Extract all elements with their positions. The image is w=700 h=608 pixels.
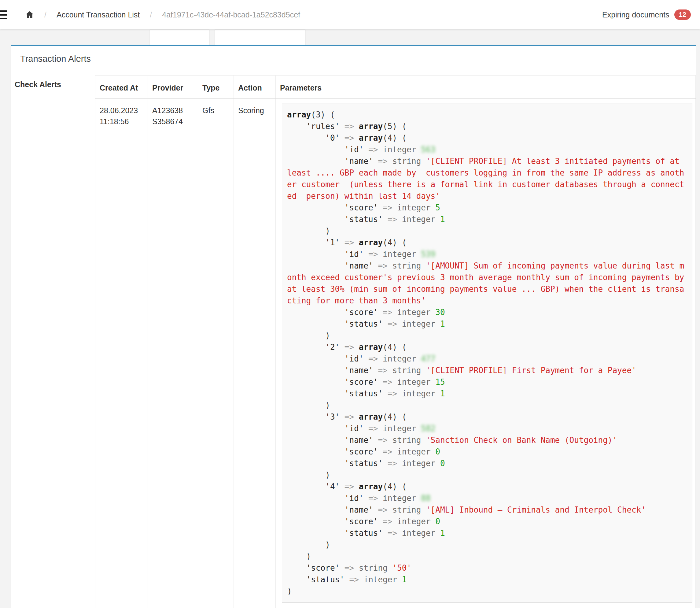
menu-toggle-icon[interactable]	[0, 11, 7, 19]
check-alerts-label: Check Alerts	[15, 75, 95, 89]
cell-parameters: array(3) ( 'rules' => array(5) ( '0' => …	[276, 99, 696, 608]
expiring-documents-count-badge: 12	[674, 10, 691, 20]
page-title: Transaction Alerts	[20, 54, 686, 64]
cell-created-at: 28.06.2023 11:18:56	[95, 99, 148, 608]
cell-action: Scoring	[234, 99, 276, 608]
breadcrumb-separator: /	[150, 11, 152, 19]
breadcrumb: / Account Transaction List / 4af1971c-43…	[0, 0, 300, 30]
parameters-dump: array(3) ( 'rules' => array(5) ( '0' => …	[282, 103, 692, 603]
table-header-row: Created At Provider Type Action Paramete…	[95, 76, 696, 99]
panel-body: Check Alerts Created At Provider Type Ac…	[11, 71, 696, 608]
col-header-action: Action	[234, 76, 276, 99]
home-icon[interactable]	[25, 10, 34, 19]
breadcrumb-transaction-id: 4af1971c-43de-44af-bcad-1a52c83d5cef	[162, 11, 300, 19]
col-header-type: Type	[198, 76, 234, 99]
col-header-provider: Provider	[148, 76, 198, 99]
panel-header: Transaction Alerts	[11, 46, 696, 71]
col-header-created-at: Created At	[95, 76, 148, 99]
cell-provider: A123638-S358674	[148, 99, 198, 608]
table-row: 28.06.2023 11:18:56 A123638-S358674 Gfs …	[95, 99, 696, 608]
breadcrumb-account-transaction-list[interactable]: Account Transaction List	[57, 11, 140, 19]
tab-2[interactable]	[214, 30, 306, 45]
tab-1[interactable]	[150, 30, 210, 45]
tabs-strip	[11, 30, 696, 45]
col-header-parameters: Parameters	[276, 76, 696, 99]
top-navbar: / Account Transaction List / 4af1971c-43…	[0, 0, 700, 30]
check-alerts-table: Created At Provider Type Action Paramete…	[95, 75, 696, 608]
expiring-documents-link[interactable]: Expiring documents 12	[593, 0, 700, 30]
transaction-alerts-panel: Transaction Alerts Check Alerts Created …	[11, 45, 696, 608]
breadcrumb-separator: /	[44, 11, 46, 19]
expiring-documents-label: Expiring documents	[602, 11, 669, 19]
cell-type: Gfs	[198, 99, 234, 608]
